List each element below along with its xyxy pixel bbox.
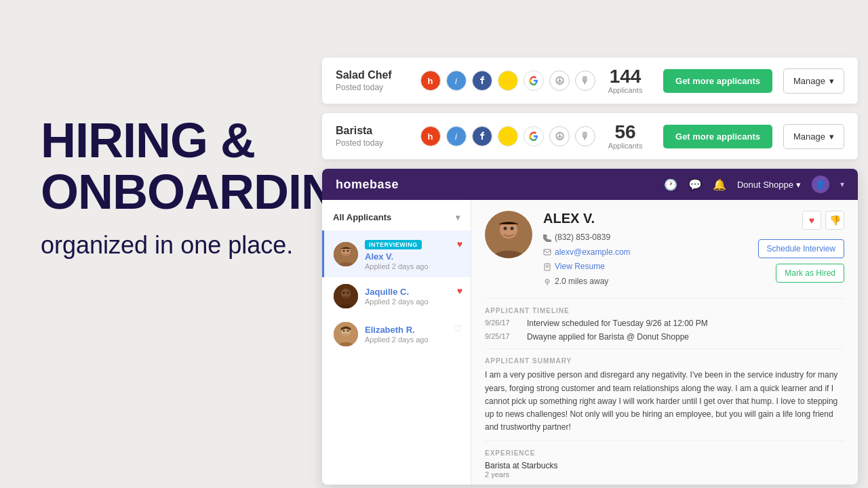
filter-chevron-icon: ▾ — [456, 213, 460, 222]
timeline-text-2: Dwayne applied for Barista @ Donut Shopp… — [527, 332, 689, 342]
clock-icon[interactable]: 🕐 — [664, 178, 677, 191]
chevron-down-icon-2: ▾ — [829, 131, 834, 142]
right-section: Salad Chef Posted today h i ⚡ ☮ 🎙 144 — [322, 58, 858, 485]
manage-button[interactable]: Manage ▾ — [783, 68, 844, 94]
applicant-name-jaquille: Jaquille C. — [365, 287, 429, 297]
store-selector[interactable]: Donut Shoppe ▾ — [737, 180, 801, 190]
email-link[interactable]: alexv@example.com — [555, 245, 631, 260]
applicant-item-inner-j: Jaquille C. Applied 2 days ago — [334, 284, 461, 308]
detail-info: ALEX V. (832) 853-0839 alexv@example.com — [543, 211, 747, 289]
job-title: Salad Chef — [336, 69, 417, 81]
count-number: 144 — [598, 67, 652, 86]
like-button[interactable]: ♥ — [802, 211, 821, 230]
distance-info: 2.0 miles away — [543, 274, 747, 289]
google-icon — [524, 70, 544, 91]
applicant-count-barista: 56 Applicants — [598, 123, 652, 150]
svg-point-21 — [547, 281, 548, 282]
timeline-item-1: 9/26/17 Interview scheduled for Tuesday … — [485, 319, 844, 328]
exp-dur-1: 2 years — [485, 470, 844, 479]
divider-1 — [485, 298, 844, 299]
svg-point-11 — [347, 330, 349, 332]
applicant-item-jaquille[interactable]: Jaquille C. Applied 2 days ago ♥ — [322, 277, 471, 315]
peace-icon: ☮ — [549, 70, 570, 91]
timeline-date-1: 9/26/17 — [485, 319, 519, 328]
svg-point-14 — [504, 227, 507, 230]
job-icons-barista: h i ⚡ ☮ 🎙 — [417, 126, 598, 146]
heart-icon-alex: ♥ — [457, 239, 462, 249]
job-info: Salad Chef Posted today — [336, 69, 417, 92]
chevron-down-icon-store: ▾ — [796, 180, 801, 190]
job-title-barista: Barista — [336, 125, 417, 137]
avatar-elizabeth — [334, 322, 358, 346]
avatar-jaquille — [334, 284, 358, 308]
get-applicants-button-barista[interactable]: Get more applicants — [663, 125, 772, 148]
summary-text: I am a very positive person and disregar… — [485, 369, 844, 434]
svg-point-2 — [343, 249, 345, 251]
filter-label: All Applicants — [333, 212, 391, 222]
timeline-date-2: 9/25/17 — [485, 332, 519, 342]
resume-link[interactable]: View Resume — [555, 260, 605, 274]
indeed-icon-2: h — [420, 126, 441, 146]
indeed-i-icon: i — [446, 70, 467, 91]
svg-point-7 — [347, 292, 349, 294]
count-label-barista: Applicants — [598, 142, 652, 150]
job-icons: h i ⚡ ☮ 🎙 — [417, 70, 598, 91]
hero-subtitle: organized in one place. — [41, 230, 326, 262]
dislike-button[interactable]: 👎 — [825, 211, 844, 230]
detail-panel: ALEX V. (832) 853-0839 alexv@example.com — [471, 200, 858, 485]
get-applicants-button[interactable]: Get more applicants — [663, 69, 772, 93]
applicant-time-jaquille: Applied 2 days ago — [365, 298, 429, 306]
detail-avatar — [485, 211, 532, 258]
app-header-right: 🕐 💬 🔔 Donut Shoppe ▾ 👤 ▾ — [664, 176, 844, 193]
svg-point-3 — [347, 249, 349, 251]
applicant-info-alex: INTERVIEWING Alex V. Applied 2 days ago — [365, 237, 429, 270]
app-body: All Applicants ▾ — [322, 200, 858, 485]
google-icon-2 — [524, 126, 544, 146]
svg-rect-16 — [544, 249, 551, 255]
chevron-down-icon: ▾ — [829, 76, 834, 86]
indeed-i-icon-2: i — [446, 126, 467, 146]
applicant-name-alex: Alex V. — [365, 251, 429, 262]
mic-icon-2: 🎙 — [575, 126, 595, 146]
facebook-icon-2 — [472, 126, 492, 146]
detail-actions: ♥ 👎 Schedule Interview Mark as Hired — [758, 211, 844, 283]
schedule-interview-button[interactable]: Schedule Interview — [758, 239, 844, 258]
sidebar-header[interactable]: All Applicants ▾ — [322, 207, 471, 230]
mark-hired-button[interactable]: Mark as Hired — [776, 264, 844, 283]
heart-icon-elizabeth: ♡ — [454, 323, 462, 334]
applicant-item-alex[interactable]: INTERVIEWING Alex V. Applied 2 days ago … — [322, 230, 471, 277]
applicant-item-elizabeth[interactable]: Elizabeth R. Applied 2 days ago ♡ — [322, 315, 471, 353]
zip-icon-2: ⚡ — [498, 126, 518, 146]
detail-header: ALEX V. (832) 853-0839 alexv@example.com — [485, 211, 844, 289]
app-window: homebase 🕐 💬 🔔 Donut Shoppe ▾ 👤 ▾ A — [322, 169, 858, 485]
sidebar: All Applicants ▾ — [322, 200, 471, 485]
chat-icon[interactable]: 💬 — [688, 178, 702, 191]
job-posted: Posted today — [336, 83, 417, 92]
experience-item-2: Barista at World's Greatest Coffee Haus … — [485, 484, 844, 485]
app-logo: homebase — [336, 178, 399, 192]
exp-title-1: Barista at Starbucks — [485, 461, 844, 470]
count-label: Applicants — [598, 86, 652, 94]
job-card-barista: Barista Posted today h i ⚡ ☮ 🎙 56 — [322, 113, 858, 159]
avatar-alex — [334, 242, 358, 266]
bell-icon[interactable]: 🔔 — [713, 178, 726, 191]
timeline-item-2: 9/25/17 Dwayne applied for Barista @ Don… — [485, 332, 844, 342]
svg-point-10 — [343, 330, 345, 332]
app-header: homebase 🕐 💬 🔔 Donut Shoppe ▾ 👤 ▾ — [322, 169, 858, 200]
job-info-barista: Barista Posted today — [336, 125, 417, 148]
applicant-info-elizabeth: Elizabeth R. Applied 2 days ago — [365, 325, 429, 344]
timeline-text-1: Interview scheduled for Tuesday 9/26 at … — [527, 319, 708, 328]
applicant-name-elizabeth: Elizabeth R. — [365, 325, 429, 335]
resume-info: View Resume — [543, 260, 747, 274]
interviewing-badge: INTERVIEWING — [365, 240, 422, 249]
applicant-time-alex: Applied 2 days ago — [365, 262, 429, 270]
avatar[interactable]: 👤 — [812, 176, 829, 193]
applicant-info-jaquille: Jaquille C. Applied 2 days ago — [365, 287, 429, 306]
svg-point-5 — [341, 289, 351, 298]
chevron-down-icon-avatar: ▾ — [840, 180, 844, 189]
applicant-item-inner-e: Elizabeth R. Applied 2 days ago — [334, 322, 461, 346]
manage-button-barista[interactable]: Manage ▾ — [783, 124, 844, 149]
applicant-count: 144 Applicants — [598, 67, 652, 94]
timeline-section-label: APPLICANT TIMELINE — [485, 307, 844, 314]
exp-title-2: Barista at World's Greatest Coffee Haus — [485, 484, 844, 485]
